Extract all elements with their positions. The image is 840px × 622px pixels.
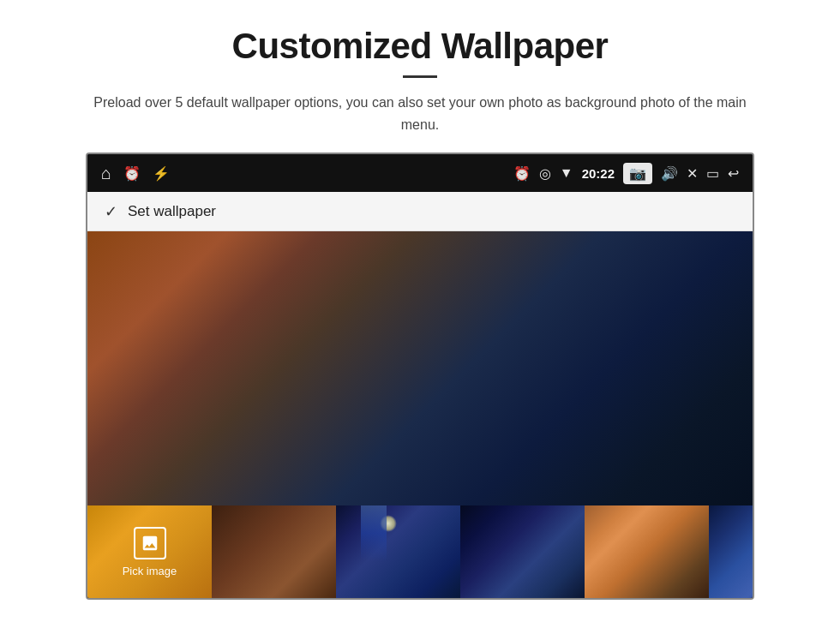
set-wallpaper-label: Set wallpaper — [128, 203, 216, 220]
wallpaper-thumb-3[interactable] — [336, 505, 460, 598]
wallpaper-preview — [87, 231, 753, 505]
screen-mockup: ⌂ ⏰ ⚡ ⏰ ◎ ▼ 20:22 📷 🔊 ✕ ▭ ↩ ✓ Set wallpa… — [86, 153, 754, 600]
volume-icon[interactable]: 🔊 — [661, 165, 678, 182]
pick-image-icon — [134, 527, 166, 559]
set-wallpaper-bar: ✓ Set wallpaper — [87, 192, 753, 231]
wallpaper-thumb-2[interactable] — [212, 505, 336, 598]
wifi-icon: ▼ — [560, 165, 573, 181]
home-icon[interactable]: ⌂ — [101, 164, 111, 183]
thumbnail-strip: Pick image — [87, 505, 753, 598]
page-title: Customized Wallpaper — [232, 26, 609, 67]
wallpaper-thumb-6[interactable] — [709, 505, 753, 598]
camera-icon: 📷 — [629, 165, 646, 182]
status-bar-right: ⏰ ◎ ▼ 20:22 📷 🔊 ✕ ▭ ↩ — [513, 163, 739, 184]
back-icon[interactable]: ↩ — [728, 165, 739, 182]
page-description: Preload over 5 default wallpaper options… — [86, 92, 754, 135]
title-divider — [403, 75, 437, 78]
close-icon[interactable]: ✕ — [687, 165, 698, 182]
status-bar-left: ⌂ ⏰ ⚡ — [101, 164, 170, 183]
alarm2-icon: ⏰ — [513, 165, 531, 182]
pick-image-label: Pick image — [123, 565, 177, 577]
location-icon: ◎ — [539, 165, 551, 182]
status-bar: ⌂ ⏰ ⚡ ⏰ ◎ ▼ 20:22 📷 🔊 ✕ ▭ ↩ — [87, 154, 753, 192]
checkmark-icon[interactable]: ✓ — [105, 202, 117, 221]
wallpaper-thumb-4[interactable] — [460, 505, 585, 598]
status-time: 20:22 — [582, 166, 615, 181]
camera-button[interactable]: 📷 — [623, 163, 652, 184]
pick-image-thumbnail[interactable]: Pick image — [87, 505, 212, 598]
alarm-icon: ⏰ — [123, 165, 141, 182]
window-icon[interactable]: ▭ — [706, 165, 719, 182]
wallpaper-thumb-5[interactable] — [585, 505, 709, 598]
usb-icon: ⚡ — [153, 165, 170, 182]
